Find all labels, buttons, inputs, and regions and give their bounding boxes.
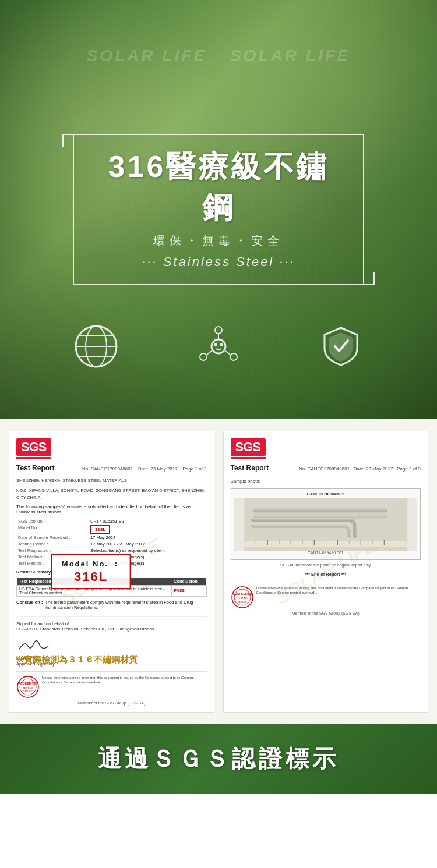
model-overlay-label: Model No. ： bbox=[62, 559, 121, 569]
svg-point-13 bbox=[220, 343, 223, 346]
cert-text-left: Unless otherwise agreed in writing, this… bbox=[42, 675, 207, 685]
sgs-end-report: *** End of Report *** bbox=[231, 572, 421, 577]
svg-line-10 bbox=[207, 351, 212, 355]
cert-item-right: ACCREDITED TESTING SERVICE Unless otherw… bbox=[231, 586, 421, 609]
cert-text-right: Unless otherwise agreed in writing, this… bbox=[256, 586, 421, 596]
biohazard-icon bbox=[192, 320, 245, 373]
sgs-logo-underline-right bbox=[231, 457, 266, 459]
report-no: CANEC1708948601 bbox=[91, 466, 133, 472]
report-no-label: No. bbox=[82, 466, 89, 472]
sgs-authenticate-note: SGS authenticate the photo on original r… bbox=[231, 563, 421, 567]
model-no-label: Model No. : bbox=[16, 525, 89, 534]
cert-bar-left: ACCREDITED TESTING SERVICE Unless otherw… bbox=[16, 671, 207, 699]
cert-item-left: ACCREDITED TESTING SERVICE Unless otherw… bbox=[16, 675, 207, 699]
sample-photo-label: Sample photo: bbox=[231, 479, 421, 484]
sgs-company-name: SHENZHEN HENGXIN STAINLESS STEEL MATERIA… bbox=[16, 477, 207, 484]
date-received-label: Date of Sample Received : bbox=[16, 534, 89, 541]
svg-point-12 bbox=[214, 343, 217, 346]
sgs-left-report-meta: No. CANEC1708948601 Date: 23 May 2017 Pa… bbox=[82, 466, 207, 472]
right-report-no: CANEC1708948601 bbox=[308, 466, 350, 472]
svg-text:TESTING: TESTING bbox=[237, 597, 247, 600]
svg-point-6 bbox=[215, 327, 222, 334]
svg-point-5 bbox=[212, 339, 225, 353]
sgs-right-panel: SOLAR LIFE SGS Test Report No. CANEC1708… bbox=[223, 431, 429, 713]
svg-text:ACCREDITED: ACCREDITED bbox=[19, 682, 38, 685]
icons-row bbox=[0, 320, 437, 373]
cert-seal-left: ACCREDITED TESTING SERVICE bbox=[16, 675, 40, 699]
watermark-container: SOLAR LIFE SOLAR LIFE bbox=[0, 47, 437, 65]
signed-section: Signed for and on behalf of SGS-CSTC Sta… bbox=[16, 616, 207, 667]
model-overlay-value: 316L bbox=[62, 569, 121, 584]
hero-title: 316醫療級不鏽鋼 bbox=[97, 147, 340, 228]
svg-point-8 bbox=[230, 353, 237, 360]
svg-point-7 bbox=[200, 353, 207, 360]
svg-rect-37 bbox=[253, 515, 387, 516]
sgs-right-report-meta: No. CANEC1708948601 Date: 23 May 2017 Pa… bbox=[299, 466, 421, 472]
right-date: 23 May 2017 bbox=[366, 466, 393, 472]
sgs-left-report-title: Test Report bbox=[16, 464, 55, 472]
sgs-photo-id-bottom: CAN17-089486.001 bbox=[234, 551, 418, 555]
sgs-section: SOLAR LIFE SGS Test Report No. CANEC1708… bbox=[0, 419, 437, 724]
sgs-logo-box-left: SGS bbox=[16, 438, 51, 456]
sgs-company-address: NO.6, XIFANG VILLA, SONGYU ROAD, SONGGAN… bbox=[16, 487, 207, 501]
svg-text:ACCREDITED: ACCREDITED bbox=[232, 592, 252, 596]
watermark-logo-2: SOLAR LIFE bbox=[230, 47, 350, 65]
signature-line bbox=[16, 635, 51, 655]
sgs-columns: SOLAR LIFE SGS Test Report No. CANEC1708… bbox=[9, 431, 428, 713]
hero-content: 316醫療級不鏽鋼 環保・無毒・安全 ··· Stainless Steel ·… bbox=[73, 134, 364, 285]
hero-subtitle: 環保・無毒・安全 bbox=[97, 233, 340, 249]
sgs-photo-box: CANEC1708948601 bbox=[231, 488, 421, 560]
model-overlay: Model No. ： 316L bbox=[51, 554, 131, 589]
right-report-no-label: No. bbox=[299, 466, 306, 472]
svg-text:SERVICE: SERVICE bbox=[23, 690, 33, 693]
svg-text:SERVICE: SERVICE bbox=[238, 601, 247, 603]
row1-conclusion: PASS bbox=[171, 585, 206, 596]
sgs-following-text: The following sample(s) was/were submitt… bbox=[16, 504, 207, 515]
signed-label: Signed for and on behalf of bbox=[16, 621, 207, 626]
signatory-role: Approved Signatory bbox=[16, 661, 207, 667]
conclusion-row: Conclusion : The tested parameters compl… bbox=[16, 600, 207, 610]
straw-svg bbox=[234, 498, 418, 551]
conclusion-label: Conclusion : bbox=[16, 600, 43, 610]
sgs-photo-id-top: CANEC1708948601 bbox=[234, 492, 418, 496]
member-right: Member of the SGS Group (SGS SA) bbox=[231, 611, 421, 615]
date-label: Date: bbox=[138, 466, 149, 472]
sgs-left-panel: SOLAR LIFE SGS Test Report No. CANEC1708… bbox=[9, 431, 214, 713]
hero-stainless: ··· Stainless Steel ··· bbox=[97, 254, 340, 270]
col-conclusion-header: Conclusion bbox=[171, 578, 206, 586]
hero-box: 316醫療級不鏽鋼 環保・無毒・安全 ··· Stainless Steel ·… bbox=[73, 134, 364, 285]
sgs-right-logo: SGS bbox=[231, 438, 421, 459]
testing-period-value: 17 May 2017 - 23 May 2017 bbox=[89, 541, 206, 547]
sgs-logo-underline-left bbox=[16, 457, 51, 459]
testing-period-label: Testing Period : bbox=[16, 541, 89, 547]
signatory-name: Ivy Ren bbox=[16, 656, 207, 661]
report-date: 23 May 2017 bbox=[150, 466, 177, 472]
cert-bar-right: ACCREDITED TESTING SERVICE Unless otherw… bbox=[231, 582, 421, 609]
date-received-value: 17 May 2017 bbox=[89, 534, 206, 541]
shield-icon bbox=[315, 320, 367, 373]
sgs-right-report-title: Test Report bbox=[231, 464, 269, 472]
right-date-label: Date: bbox=[354, 466, 365, 472]
straw-image bbox=[234, 498, 418, 551]
svg-line-11 bbox=[225, 351, 230, 355]
job-no-label: SGS Job No. : bbox=[16, 518, 89, 525]
cert-seal-right: ACCREDITED TESTING SERVICE bbox=[231, 586, 254, 609]
right-page: Page 3 of 3 bbox=[397, 466, 421, 472]
model-no-value: 316L bbox=[89, 525, 206, 534]
model-highlight-badge: 316L bbox=[90, 525, 110, 534]
conclusion-text: The tested parameters comply with the re… bbox=[45, 600, 206, 610]
member-left: Member of the SGS Group (SGS SA) bbox=[16, 701, 207, 705]
page-label: Page 1 of 3 bbox=[183, 466, 207, 472]
svg-rect-35 bbox=[253, 509, 387, 510]
bottom-banner: 通過ＳＧＳ認證標示 bbox=[0, 724, 437, 794]
job-no-value: CP17-026351-S2 bbox=[89, 518, 206, 525]
globe-icon bbox=[70, 320, 122, 373]
signed-company: SGS-CSTC Standards Technical Services Co… bbox=[16, 626, 207, 632]
sgs-logo-box-right: SGS bbox=[231, 438, 266, 456]
hero-section: SOLAR LIFE SOLAR LIFE 316醫療級不鏽鋼 環保・無毒・安全… bbox=[0, 0, 437, 419]
sgs-left-logo: SGS bbox=[16, 438, 207, 459]
test-requested-value: Selected test(s) as requested by client. bbox=[89, 547, 206, 554]
svg-text:TESTING: TESTING bbox=[23, 686, 33, 689]
watermark-logo-1: SOLAR LIFE bbox=[87, 47, 207, 65]
test-requested-label: Test Requested : bbox=[16, 547, 89, 554]
